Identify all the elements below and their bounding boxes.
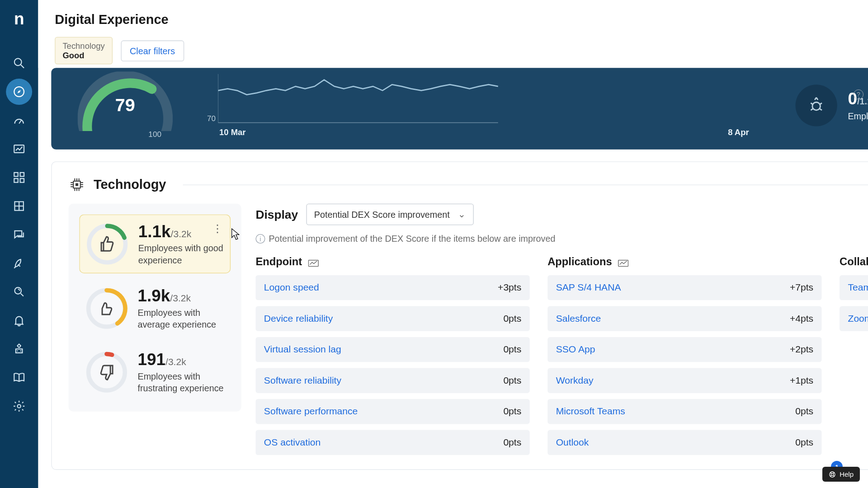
dex-gauge: 79 — [77, 71, 173, 131]
svg-line-50 — [833, 475, 835, 477]
sidebar-item-compass[interactable] — [6, 79, 32, 105]
sidebar-item-grid[interactable] — [6, 193, 32, 219]
help-button[interactable]: Help — [822, 467, 860, 482]
svg-rect-7 — [20, 173, 24, 176]
sidebar-item-chat[interactable] — [6, 221, 32, 248]
item-name[interactable]: SSO App — [556, 344, 595, 355]
gear-icon — [13, 399, 26, 413]
item-name[interactable]: Zoom — [848, 313, 868, 324]
svg-line-48 — [833, 472, 835, 474]
item-row[interactable]: Workday+1pts — [547, 368, 821, 393]
employee-experience-card: 1.1k/3.2k Employees with good experience… — [69, 204, 241, 412]
item-name[interactable]: Teams — [848, 282, 868, 293]
thumbs-down-icon — [98, 363, 116, 381]
hand-ok-icon — [98, 299, 116, 317]
filter-chip-technology[interactable]: Technology Good — [55, 37, 113, 65]
item-row[interactable]: Teams0pts — [840, 275, 868, 300]
item-row[interactable]: Device reliability0pts — [255, 306, 529, 331]
sidebar-item-settings[interactable] — [6, 393, 32, 419]
sidebar-item-gauge[interactable] — [6, 107, 32, 133]
emp-bad-row[interactable]: 191/3.2k Employees with frustrating expe… — [79, 343, 231, 401]
item-row[interactable]: Virtual session lag0pts — [255, 337, 529, 362]
mini-chart-icon — [618, 258, 629, 266]
item-row[interactable]: Software reliability0pts — [255, 368, 529, 393]
item-row[interactable]: Zoom0pts — [840, 306, 868, 331]
sidebar-item-rocket[interactable] — [6, 250, 32, 277]
sidebar-item-robot[interactable] — [6, 336, 32, 362]
svg-point-24 — [812, 102, 821, 110]
item-pts: 0pts — [795, 406, 813, 417]
sidebar-item-book[interactable] — [6, 365, 32, 391]
info-icon: i — [255, 234, 265, 243]
apps-icon — [13, 171, 26, 184]
svg-line-1 — [21, 65, 24, 68]
item-name[interactable]: Device reliability — [264, 313, 333, 324]
emp-avg-value: 1.9k — [137, 286, 170, 305]
svg-rect-9 — [20, 178, 24, 182]
sidebar-item-chart[interactable] — [6, 136, 32, 162]
spark-date-end: 8 Apr — [728, 127, 749, 136]
item-pts: +7pts — [790, 282, 813, 293]
page-title: Digital Experience — [55, 12, 868, 27]
item-pts: +3pts — [498, 282, 521, 293]
svg-marker-3 — [18, 90, 21, 93]
item-row[interactable]: OS activation0pts — [255, 430, 529, 455]
item-row[interactable]: Salesforce+4pts — [547, 306, 821, 331]
side-help-button[interactable]: ? — [854, 89, 863, 99]
kebab-menu[interactable]: ⋮ — [212, 223, 223, 234]
robot-icon — [13, 343, 26, 356]
item-name[interactable]: OS activation — [264, 437, 321, 448]
display-select[interactable]: Potential DEX Score improvement ⌄ — [307, 204, 474, 225]
svg-point-18 — [18, 404, 21, 408]
item-row[interactable]: SSO App+2pts — [547, 337, 821, 362]
column-head-collaboration: Collaboration — [840, 255, 868, 268]
svg-point-46 — [831, 473, 833, 475]
score-panel: 79 100 70 10 Mar 8 Apr — [51, 68, 868, 150]
item-row[interactable]: Logon speed+3pts — [255, 275, 529, 300]
cursor-icon — [231, 228, 241, 240]
item-name[interactable]: Workday — [556, 375, 594, 386]
svg-rect-26 — [75, 183, 78, 186]
section-title: Technology — [94, 177, 166, 192]
logo[interactable]: n — [6, 5, 32, 33]
item-name[interactable]: Software reliability — [264, 375, 341, 386]
item-name[interactable]: Salesforce — [556, 313, 601, 324]
emp-avg-label: Employees with average experience — [137, 307, 224, 330]
item-name[interactable]: Outlook — [556, 437, 589, 448]
mini-chart-icon — [308, 258, 319, 266]
item-pts: 0pts — [503, 313, 521, 324]
sidebar-item-search[interactable] — [6, 50, 32, 76]
item-name[interactable]: Virtual session lag — [264, 344, 341, 355]
sidebar-item-analyze[interactable] — [6, 279, 32, 305]
emp-good-value: 1.1k — [138, 222, 171, 241]
clear-filters-button[interactable]: Clear filters — [121, 40, 184, 61]
item-name[interactable]: Microsoft Teams — [556, 406, 625, 417]
emp-good-row[interactable]: 1.1k/3.2k Employees with good experience… — [79, 214, 231, 273]
emp-avg-row[interactable]: 1.9k/3.2k Employees with average experie… — [79, 279, 231, 337]
analyze-icon — [13, 285, 26, 298]
svg-point-0 — [14, 58, 22, 66]
item-row[interactable]: SAP S/4 HANA+7pts — [547, 275, 821, 300]
svg-point-15 — [17, 350, 18, 351]
svg-rect-8 — [14, 178, 18, 182]
gauge-max: 100 — [148, 130, 161, 139]
svg-line-47 — [830, 472, 831, 474]
item-name[interactable]: Software performance — [264, 406, 358, 417]
item-row[interactable]: Software performance0pts — [255, 399, 529, 424]
item-row[interactable]: Outlook0pts — [547, 430, 821, 455]
sidebar-item-bell[interactable] — [6, 307, 32, 333]
item-row[interactable]: Microsoft Teams0pts — [547, 399, 821, 424]
emp-good-label: Employees with good experience — [138, 242, 224, 265]
svg-line-49 — [830, 475, 831, 477]
thumbs-up-icon — [98, 235, 116, 253]
svg-rect-6 — [14, 173, 18, 176]
spark-ytick: 70 — [200, 113, 216, 122]
item-name[interactable]: SAP S/4 HANA — [556, 282, 621, 293]
emp-bad-label: Employees with frustrating experience — [137, 371, 224, 394]
section-divider — [183, 184, 868, 185]
rocket-icon — [13, 257, 26, 270]
sidebar-item-apps[interactable] — [6, 164, 32, 191]
item-name[interactable]: Logon speed — [264, 282, 319, 293]
compass-icon — [13, 85, 26, 98]
item-pts: +1pts — [790, 375, 813, 386]
